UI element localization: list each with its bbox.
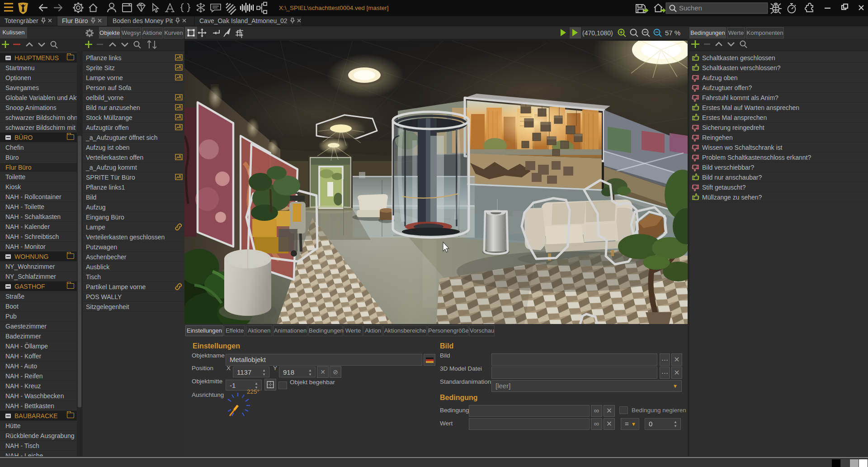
svg-text:(470,1080): (470,1080) (582, 29, 613, 37)
svg-text:57 %: 57 % (665, 29, 680, 37)
svg-text:X:\_SPIEL\schachttest0004.ved: X:\_SPIEL\schachttest0004.ved [master] (279, 5, 388, 11)
svg-text:Suchen: Suchen (679, 4, 702, 12)
